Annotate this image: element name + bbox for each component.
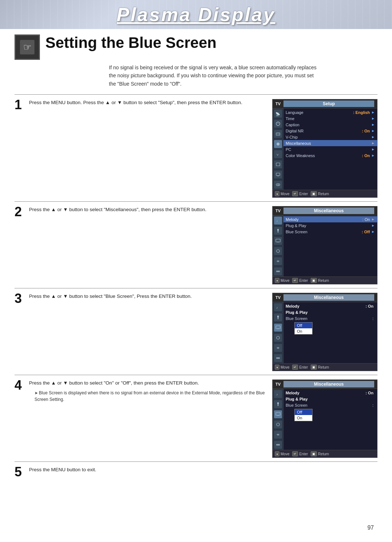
blue-screen-dropdown-3: Off On <box>294 322 313 334</box>
footer-move-1: ⬧ Move <box>275 191 289 196</box>
tv-icon-plug <box>274 227 282 235</box>
svg-text:♪: ♪ <box>276 393 278 396</box>
tv-item-plug-play-4: Plug & Play <box>283 396 377 402</box>
tv-menu-4-footer: ⬧ Move ↵ Enter ▣ Return <box>273 450 377 457</box>
tv-icon-clock <box>274 120 282 128</box>
step-5-number: 5 <box>15 465 27 479</box>
footer-enter-4: ↵ Enter <box>292 451 308 456</box>
step-5-text: Press the MENU button to exit. <box>29 466 372 473</box>
step-5-row: 5 Press the MENU button to exit. <box>15 461 377 522</box>
title-icon: ☞ <box>15 34 40 60</box>
step-3-text-area: Press the ▲ or ▼ button to select "Blue … <box>27 293 272 349</box>
step-5-text-area: Press the MENU button to exit. <box>27 466 377 522</box>
tv-icon-melody: ♪ <box>274 217 282 225</box>
tv-label-1: TV <box>275 102 281 106</box>
tv-menu-4-content: ♪ Melody : On Plug & Play <box>273 389 377 450</box>
tv-menu-4-title: Miscellaneous <box>283 381 374 387</box>
page-description: If no signal is being received or the si… <box>109 63 374 88</box>
description-line2: the noisy picture background. If you wis… <box>109 73 314 78</box>
tv-item-vchip: V-Chip ► <box>283 134 377 140</box>
svg-rect-16 <box>278 231 278 233</box>
tv-menu-2: TV Miscellaneous ♪ Melody : On ► <box>272 206 377 284</box>
tv-menu-2-content: ♪ Melody : On ► Plug & Play ► <box>273 215 377 276</box>
tv-menu-2-title: Miscellaneous <box>283 208 374 214</box>
tv-menu-3-header: TV Miscellaneous <box>273 293 377 302</box>
tv-icon-4-5 <box>274 431 282 439</box>
tv-icons-col-1: 📡 CC V <box>273 108 283 190</box>
steps-container: 1 Press the MENU button. Press the ▲ or … <box>15 94 377 522</box>
dropdown-on-4: On <box>295 415 312 421</box>
svg-point-33 <box>277 423 279 426</box>
tv-menu-2-header: TV Miscellaneous <box>273 206 377 215</box>
footer-enter-2: ↵ Enter <box>292 278 308 283</box>
step-3-number: 3 <box>15 292 27 305</box>
tv-menu-3-title: Miscellaneous <box>283 294 374 301</box>
svg-point-7 <box>277 143 279 145</box>
tv-label-2: TV <box>275 209 281 213</box>
dropdown-off-4: Off <box>295 409 312 415</box>
svg-text:♪: ♪ <box>276 306 278 309</box>
tv-icon-3-5 <box>274 344 282 352</box>
tv-item-miscellaneous: Miscellaneous ► <box>283 140 377 146</box>
svg-text:V: V <box>277 153 279 156</box>
tv-menu-3-footer: ⬧ Move ↵ Enter ▣ Return <box>273 363 377 371</box>
tv-menu-4-header: TV Miscellaneous <box>273 380 377 389</box>
step-2-text: Press the ▲ or ▼ button to select "Misce… <box>29 206 267 213</box>
tv-icon-2-6 <box>274 267 282 275</box>
tv-icon-caption: CC <box>274 130 282 138</box>
step-4-text: Press the ▲ or ▼ button to select "On" o… <box>29 379 267 387</box>
description-line1: If no signal is being received or the si… <box>109 65 317 70</box>
tv-item-melody-4: Melody : On <box>283 390 377 396</box>
step-1-text: Press the MENU button. Press the ▲ or ▼ … <box>29 99 267 106</box>
tv-icon-3-1: ♪ <box>274 303 282 311</box>
tv-item-blue-screen-2: Blue Screen : Off ► <box>283 229 377 235</box>
footer-enter-3: ↵ Enter <box>292 365 308 370</box>
svg-rect-10 <box>276 173 280 176</box>
footer-move-3: ⬧ Move <box>275 365 289 370</box>
tv-icon-eye <box>274 181 282 189</box>
tv-icons-col-3: ♪ <box>273 302 283 363</box>
tv-items-col-2: Melody : On ► Plug & Play ► Blue Screen … <box>283 215 377 276</box>
tv-icon-3-3 <box>274 324 282 332</box>
step-4-row: 4 Press the ▲ or ▼ button to select "On"… <box>15 375 377 458</box>
tv-menu-1-title: Setup <box>283 100 374 107</box>
description-line3: the "Blue Screen" mode to "Off". <box>109 81 181 87</box>
tv-item-digital-nr: Digital NR : On ► <box>283 128 377 134</box>
footer-return-2: ▣ Return <box>311 278 329 283</box>
tv-label-3: TV <box>275 295 281 300</box>
tv-item-pc: PC ► <box>283 146 377 152</box>
svg-rect-34 <box>276 444 280 445</box>
tv-icon-3-6 <box>274 354 282 362</box>
tv-menu-1-content: 📡 CC V Language : English ► <box>273 108 377 190</box>
step-2-number: 2 <box>15 205 27 218</box>
tv-icon-4-1: ♪ <box>274 390 282 398</box>
svg-rect-20 <box>276 271 280 272</box>
dropdown-on-3: On <box>295 328 312 334</box>
tv-icon-pc <box>274 171 282 178</box>
svg-rect-29 <box>277 402 279 404</box>
step-4-note: Blue Screen is displayed when there is n… <box>29 390 267 403</box>
tv-item-caption: Caption ► <box>283 122 377 128</box>
footer-return-1: ▣ Return <box>311 191 329 196</box>
tv-menu-1: TV Setup 📡 CC V Language : Eng <box>272 99 377 198</box>
footer-return-3: ▣ Return <box>311 365 329 370</box>
svg-rect-22 <box>277 316 279 317</box>
tv-item-blue-screen-4: Blue Screen : <box>283 402 377 408</box>
svg-rect-31 <box>276 412 280 415</box>
tv-icon-4-4 <box>274 420 282 428</box>
tv-menu-4: TV Miscellaneous ♪ Melody : On <box>272 379 377 458</box>
tv-items-col-1: Language : English ► Time ► Caption ► Di… <box>283 108 377 190</box>
tv-icon-2-5 <box>274 257 282 265</box>
svg-text:♪: ♪ <box>276 219 278 223</box>
svg-rect-30 <box>278 404 278 406</box>
page-number: 97 <box>367 525 374 531</box>
tv-icon-misc <box>274 160 282 168</box>
tv-icon-4-2 <box>274 400 282 408</box>
svg-rect-23 <box>278 317 278 319</box>
header-banner: Plasma Display <box>0 0 392 29</box>
footer-return-4: ▣ Return <box>311 451 329 456</box>
footer-enter-1: ↵ Enter <box>292 191 308 196</box>
footer-move-4: ⬧ Move <box>275 451 289 456</box>
tv-item-language: Language : English ► <box>283 109 377 115</box>
tv-item-plug-play-3: Plug & Play <box>283 309 377 315</box>
